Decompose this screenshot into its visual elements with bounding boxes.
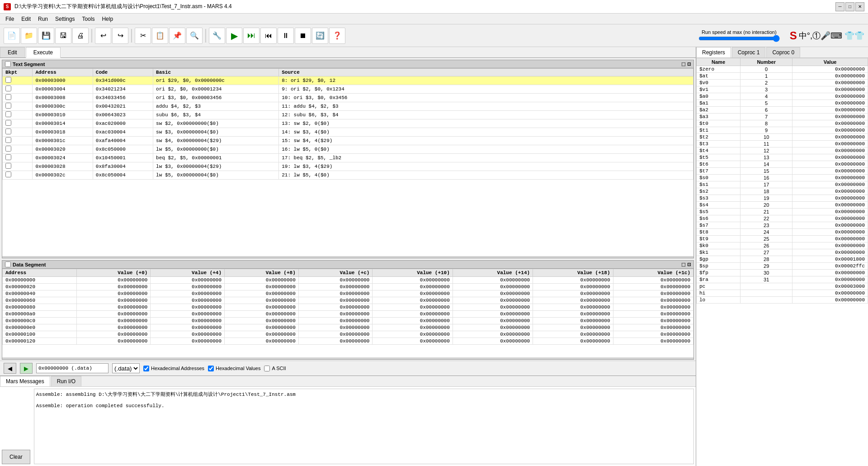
run-button[interactable]: ▶ xyxy=(226,28,242,44)
reg-value-cell[interactable]: 0x00002ffc xyxy=(793,263,868,270)
data-v8-cell[interactable]: 0x00000000 xyxy=(225,304,299,311)
hex-addresses-checkbox-label[interactable]: Hexadecimal Addresses xyxy=(143,366,204,371)
text-detach-icon[interactable]: ⊡ xyxy=(687,62,691,67)
bkpt-cell[interactable] xyxy=(3,145,33,154)
save-as-button[interactable]: 🖫 xyxy=(55,28,71,44)
reg-table-row[interactable]: $zero 0 0x00000000 xyxy=(697,66,868,73)
data-v10-cell[interactable]: 0x00000000 xyxy=(373,304,453,311)
reg-table-row[interactable]: $s2 18 0x00000000 xyxy=(697,188,868,195)
data-v1c-cell[interactable]: 0x00000000 xyxy=(613,284,693,290)
text-table-row[interactable]: 0x00003014 0xac020000 sw $2, 0x00000000(… xyxy=(3,119,693,128)
reg-value-cell[interactable]: 0x00000000 xyxy=(793,290,868,297)
data-v0-cell[interactable]: 0x00000000 xyxy=(76,277,151,284)
data-v18-cell[interactable]: 0x00000000 xyxy=(533,338,613,345)
bkpt-cell[interactable] xyxy=(3,128,33,137)
reg-table-row[interactable]: $s3 19 0x00000000 xyxy=(697,195,868,202)
reg-table-row[interactable]: $s7 23 0x00000000 xyxy=(697,222,868,229)
reg-table-row[interactable]: $gp 28 0x00001800 xyxy=(697,256,868,263)
data-v0-cell[interactable]: 0x00000000 xyxy=(76,304,151,311)
paste-button[interactable]: 📌 xyxy=(169,28,185,44)
data-vc-cell[interactable]: 0x00000000 xyxy=(298,331,373,338)
run-speed-slider[interactable] xyxy=(698,35,780,42)
step-button[interactable]: ⏭ xyxy=(243,28,259,44)
text-table-row[interactable]: 0x00003028 0x8fa30004 lw $3, 0x00000004(… xyxy=(3,162,693,171)
data-v14-cell[interactable]: 0x00000000 xyxy=(453,324,533,331)
data-v18-cell[interactable]: 0x00000000 xyxy=(533,297,613,304)
tab-edit[interactable]: Edit xyxy=(0,47,25,57)
data-table-container[interactable]: AddressValue (+0)Value (+4)Value (+8)Val… xyxy=(2,269,693,357)
data-v8-cell[interactable]: 0x00000000 xyxy=(225,277,299,284)
data-v18-cell[interactable]: 0x00000000 xyxy=(533,290,613,297)
data-v8-cell[interactable]: 0x00000000 xyxy=(225,331,299,338)
reg-value-cell[interactable]: 0x00000000 xyxy=(793,147,868,154)
reg-table-container[interactable]: Name Number Value $zero 0 0x00000000 $at… xyxy=(696,58,868,466)
reg-value-cell[interactable]: 0x00000000 xyxy=(793,297,868,304)
data-v14-cell[interactable]: 0x00000000 xyxy=(453,297,533,304)
menu-file[interactable]: File xyxy=(2,15,18,23)
data-v10-cell[interactable]: 0x00000000 xyxy=(373,297,453,304)
pause-button[interactable]: ⏸ xyxy=(278,28,294,44)
data-v18-cell[interactable]: 0x00000000 xyxy=(533,284,613,290)
data-table-row[interactable]: 0x00000020 0x00000000 0x00000000 0x00000… xyxy=(3,284,693,290)
reg-value-cell[interactable]: 0x00000000 xyxy=(793,209,868,215)
clear-button[interactable]: Clear xyxy=(2,450,30,464)
reg-table-row[interactable]: $a1 5 0x00000000 xyxy=(697,100,868,107)
tab-coproc1[interactable]: Coproc 1 xyxy=(732,47,766,57)
reg-table-row[interactable]: $fp 30 0x00000000 xyxy=(697,270,868,276)
data-v4-cell[interactable]: 0x00000000 xyxy=(151,311,225,318)
tab-execute[interactable]: Execute xyxy=(26,47,61,58)
reg-value-cell[interactable]: 0x00000000 xyxy=(793,127,868,134)
data-v8-cell[interactable]: 0x00000000 xyxy=(225,297,299,304)
data-v0-cell[interactable]: 0x00000000 xyxy=(76,311,151,318)
data-v10-cell[interactable]: 0x00000000 xyxy=(373,277,453,284)
ascii-checkbox-label[interactable]: A SCII xyxy=(264,366,286,371)
data-v4-cell[interactable]: 0x00000000 xyxy=(151,338,225,345)
reg-value-cell[interactable]: 0x00000000 xyxy=(793,154,868,161)
data-vc-cell[interactable]: 0x00000000 xyxy=(298,318,373,324)
data-v0-cell[interactable]: 0x00000000 xyxy=(76,338,151,345)
reg-table-row[interactable]: $t3 11 0x00000000 xyxy=(697,141,868,147)
data-v4-cell[interactable]: 0x00000000 xyxy=(151,290,225,297)
text-table-container[interactable]: Bkpt Address Code Basic Source 0x0000300… xyxy=(2,68,693,256)
data-v10-cell[interactable]: 0x00000000 xyxy=(373,311,453,318)
close-button[interactable]: ✕ xyxy=(855,2,864,11)
reg-table-row[interactable]: pc 0x00003000 xyxy=(697,283,868,290)
data-table-row[interactable]: 0x000000c0 0x00000000 0x00000000 0x00000… xyxy=(3,318,693,324)
data-v4-cell[interactable]: 0x00000000 xyxy=(151,277,225,284)
data-v4-cell[interactable]: 0x00000000 xyxy=(151,297,225,304)
text-table-row[interactable]: 0x00003004 0x34021234 ori $2, $0, 0x0000… xyxy=(3,85,693,94)
open-button[interactable]: 📁 xyxy=(21,28,37,44)
reg-value-cell[interactable]: 0x00000000 xyxy=(793,249,868,256)
reg-table-row[interactable]: $s0 16 0x00000000 xyxy=(697,175,868,181)
data-v1c-cell[interactable]: 0x00000000 xyxy=(613,331,693,338)
data-segment-checkbox[interactable] xyxy=(5,262,11,267)
reg-table-row[interactable]: $ra 31 0x00000000 xyxy=(697,276,868,283)
text-table-row[interactable]: 0x00003020 0x8c050000 lw $5, 0x00000000(… xyxy=(3,145,693,154)
reg-table-row[interactable]: $t1 9 0x00000000 xyxy=(697,127,868,134)
data-v10-cell[interactable]: 0x00000000 xyxy=(373,290,453,297)
reg-table-row[interactable]: lo 0x00000000 xyxy=(697,297,868,304)
reg-table-row[interactable]: $a0 4 0x00000000 xyxy=(697,93,868,100)
print-button[interactable]: 🖨 xyxy=(72,28,89,44)
reg-value-cell[interactable]: 0x00000000 xyxy=(793,215,868,222)
data-vc-cell[interactable]: 0x00000000 xyxy=(298,311,373,318)
text-table-row[interactable]: 0x0000301c 0xafa40004 sw $4, 0x00000004(… xyxy=(3,137,693,145)
reg-table-row[interactable]: $s5 21 0x00000000 xyxy=(697,209,868,215)
reg-table-row[interactable]: hi 0x00000000 xyxy=(697,290,868,297)
reg-value-cell[interactable]: 0x00000000 xyxy=(793,222,868,229)
reg-value-cell[interactable]: 0x00000000 xyxy=(793,141,868,147)
reg-value-cell[interactable]: 0x00000000 xyxy=(793,120,868,127)
reg-value-cell[interactable]: 0x00001800 xyxy=(793,256,868,263)
tab-registers[interactable]: Registers xyxy=(696,47,731,57)
reg-value-cell[interactable]: 0x00000000 xyxy=(793,93,868,100)
data-v1c-cell[interactable]: 0x00000000 xyxy=(613,290,693,297)
data-vc-cell[interactable]: 0x00000000 xyxy=(298,297,373,304)
reg-table-row[interactable]: $t2 10 0x00000000 xyxy=(697,134,868,141)
data-vc-cell[interactable]: 0x00000000 xyxy=(298,284,373,290)
bkpt-cell[interactable] xyxy=(3,94,33,102)
reg-table-row[interactable]: $s4 20 0x00000000 xyxy=(697,202,868,209)
data-table-row[interactable]: 0x00000040 0x00000000 0x00000000 0x00000… xyxy=(3,290,693,297)
reg-value-cell[interactable]: 0x00000000 xyxy=(793,73,868,80)
maximize-button[interactable]: □ xyxy=(845,2,854,11)
data-v14-cell[interactable]: 0x00000000 xyxy=(453,338,533,345)
